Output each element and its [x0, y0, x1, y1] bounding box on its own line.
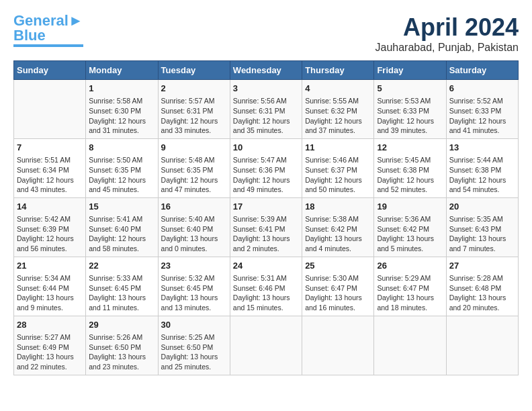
logo-divider — [13, 44, 83, 47]
day-number: 8 — [89, 142, 154, 154]
calendar-cell: 19Sunrise: 5:36 AM Sunset: 6:42 PM Dayli… — [374, 197, 446, 257]
calendar-cell: 28Sunrise: 5:27 AM Sunset: 6:49 PM Dayli… — [14, 316, 86, 375]
logo-blue: Blue — [13, 28, 46, 43]
cell-content: Sunrise: 5:40 AM Sunset: 6:40 PM Dayligh… — [161, 214, 227, 254]
cell-content: Sunrise: 5:34 AM Sunset: 6:44 PM Dayligh… — [17, 273, 83, 313]
calendar-cell: 15Sunrise: 5:41 AM Sunset: 6:40 PM Dayli… — [86, 197, 158, 257]
calendar-cell: 30Sunrise: 5:25 AM Sunset: 6:50 PM Dayli… — [158, 316, 230, 375]
day-number: 30 — [161, 319, 227, 331]
cell-content: Sunrise: 5:33 AM Sunset: 6:45 PM Dayligh… — [89, 273, 154, 313]
cell-content: Sunrise: 5:26 AM Sunset: 6:50 PM Dayligh… — [89, 332, 154, 372]
calendar-cell — [446, 316, 518, 375]
calendar-cell: 8Sunrise: 5:50 AM Sunset: 6:35 PM Daylig… — [86, 138, 158, 197]
calendar-cell: 9Sunrise: 5:48 AM Sunset: 6:35 PM Daylig… — [158, 138, 230, 197]
day-number: 24 — [233, 260, 299, 272]
cell-content: Sunrise: 5:36 AM Sunset: 6:42 PM Dayligh… — [377, 214, 443, 254]
calendar-cell: 20Sunrise: 5:35 AM Sunset: 6:43 PM Dayli… — [446, 197, 518, 257]
cell-content: Sunrise: 5:29 AM Sunset: 6:47 PM Dayligh… — [377, 273, 443, 313]
calendar-cell: 2Sunrise: 5:57 AM Sunset: 6:31 PM Daylig… — [158, 80, 230, 139]
day-number: 14 — [17, 201, 83, 213]
cell-content: Sunrise: 5:28 AM Sunset: 6:48 PM Dayligh… — [449, 273, 515, 313]
page-title: April 2024 — [375, 13, 519, 42]
header-thursday: Thursday — [302, 61, 374, 80]
cell-content: Sunrise: 5:46 AM Sunset: 6:37 PM Dayligh… — [305, 155, 371, 195]
week-row-4: 28Sunrise: 5:27 AM Sunset: 6:49 PM Dayli… — [14, 316, 519, 375]
cell-content: Sunrise: 5:51 AM Sunset: 6:34 PM Dayligh… — [17, 155, 83, 195]
day-number: 10 — [233, 142, 299, 154]
day-number: 19 — [377, 201, 443, 213]
calendar-cell: 4Sunrise: 5:55 AM Sunset: 6:32 PM Daylig… — [302, 80, 374, 139]
calendar-header-row: SundayMondayTuesdayWednesdayThursdayFrid… — [14, 61, 519, 80]
cell-content: Sunrise: 5:45 AM Sunset: 6:38 PM Dayligh… — [377, 155, 443, 195]
calendar-cell — [302, 316, 374, 375]
calendar-cell: 1Sunrise: 5:58 AM Sunset: 6:30 PM Daylig… — [86, 80, 158, 139]
day-number: 13 — [449, 142, 515, 154]
calendar-cell — [374, 316, 446, 375]
day-number: 25 — [305, 260, 371, 272]
week-row-2: 14Sunrise: 5:42 AM Sunset: 6:39 PM Dayli… — [14, 197, 519, 257]
cell-content: Sunrise: 5:30 AM Sunset: 6:47 PM Dayligh… — [305, 273, 371, 313]
header-monday: Monday — [86, 61, 158, 80]
calendar-cell: 25Sunrise: 5:30 AM Sunset: 6:47 PM Dayli… — [302, 257, 374, 316]
title-block: April 2024 Jauharabad, Punjab, Pakistan — [375, 13, 519, 54]
calendar-cell: 24Sunrise: 5:31 AM Sunset: 6:46 PM Dayli… — [230, 257, 302, 316]
day-number: 21 — [17, 260, 83, 272]
calendar-cell: 29Sunrise: 5:26 AM Sunset: 6:50 PM Dayli… — [86, 316, 158, 375]
calendar-cell: 11Sunrise: 5:46 AM Sunset: 6:37 PM Dayli… — [302, 138, 374, 197]
cell-content: Sunrise: 5:44 AM Sunset: 6:38 PM Dayligh… — [449, 155, 515, 195]
calendar-cell — [230, 316, 302, 375]
cell-content: Sunrise: 5:57 AM Sunset: 6:31 PM Dayligh… — [161, 96, 227, 136]
calendar-cell: 26Sunrise: 5:29 AM Sunset: 6:47 PM Dayli… — [374, 257, 446, 316]
calendar-cell: 16Sunrise: 5:40 AM Sunset: 6:40 PM Dayli… — [158, 197, 230, 257]
calendar-cell: 18Sunrise: 5:38 AM Sunset: 6:42 PM Dayli… — [302, 197, 374, 257]
day-number: 3 — [233, 83, 299, 95]
day-number: 18 — [305, 201, 371, 213]
calendar-body: 1Sunrise: 5:58 AM Sunset: 6:30 PM Daylig… — [14, 80, 519, 375]
day-number: 16 — [161, 201, 227, 213]
day-number: 5 — [377, 83, 443, 95]
cell-content: Sunrise: 5:31 AM Sunset: 6:46 PM Dayligh… — [233, 273, 299, 313]
cell-content: Sunrise: 5:39 AM Sunset: 6:41 PM Dayligh… — [233, 214, 299, 254]
day-number: 9 — [161, 142, 227, 154]
cell-content: Sunrise: 5:48 AM Sunset: 6:35 PM Dayligh… — [161, 155, 227, 195]
header-friday: Friday — [374, 61, 446, 80]
calendar-cell: 17Sunrise: 5:39 AM Sunset: 6:41 PM Dayli… — [230, 197, 302, 257]
week-row-3: 21Sunrise: 5:34 AM Sunset: 6:44 PM Dayli… — [14, 257, 519, 316]
cell-content: Sunrise: 5:25 AM Sunset: 6:50 PM Dayligh… — [161, 332, 227, 372]
cell-content: Sunrise: 5:32 AM Sunset: 6:45 PM Dayligh… — [161, 273, 227, 313]
cell-content: Sunrise: 5:41 AM Sunset: 6:40 PM Dayligh… — [89, 214, 154, 254]
day-number: 4 — [305, 83, 371, 95]
day-number: 17 — [233, 201, 299, 213]
calendar-cell: 3Sunrise: 5:56 AM Sunset: 6:31 PM Daylig… — [230, 80, 302, 139]
day-number: 29 — [89, 319, 154, 331]
cell-content: Sunrise: 5:58 AM Sunset: 6:30 PM Dayligh… — [89, 96, 154, 136]
header-tuesday: Tuesday — [158, 61, 230, 80]
page-header: General► Blue April 2024 Jauharabad, Pun… — [13, 13, 519, 54]
cell-content: Sunrise: 5:27 AM Sunset: 6:49 PM Dayligh… — [17, 332, 83, 372]
cell-content: Sunrise: 5:50 AM Sunset: 6:35 PM Dayligh… — [89, 155, 154, 195]
day-number: 2 — [161, 83, 227, 95]
page-subtitle: Jauharabad, Punjab, Pakistan — [375, 42, 519, 54]
calendar-cell: 7Sunrise: 5:51 AM Sunset: 6:34 PM Daylig… — [14, 138, 86, 197]
week-row-1: 7Sunrise: 5:51 AM Sunset: 6:34 PM Daylig… — [14, 138, 519, 197]
cell-content: Sunrise: 5:35 AM Sunset: 6:43 PM Dayligh… — [449, 214, 515, 254]
calendar-cell: 22Sunrise: 5:33 AM Sunset: 6:45 PM Dayli… — [86, 257, 158, 316]
cell-content: Sunrise: 5:52 AM Sunset: 6:33 PM Dayligh… — [449, 96, 515, 136]
day-number: 12 — [377, 142, 443, 154]
day-number: 28 — [17, 319, 83, 331]
calendar-cell: 14Sunrise: 5:42 AM Sunset: 6:39 PM Dayli… — [14, 197, 86, 257]
cell-content: Sunrise: 5:55 AM Sunset: 6:32 PM Dayligh… — [305, 96, 371, 136]
calendar-cell: 21Sunrise: 5:34 AM Sunset: 6:44 PM Dayli… — [14, 257, 86, 316]
header-saturday: Saturday — [446, 61, 518, 80]
cell-content: Sunrise: 5:42 AM Sunset: 6:39 PM Dayligh… — [17, 214, 83, 254]
calendar-cell: 23Sunrise: 5:32 AM Sunset: 6:45 PM Dayli… — [158, 257, 230, 316]
cell-content: Sunrise: 5:47 AM Sunset: 6:36 PM Dayligh… — [233, 155, 299, 195]
header-wednesday: Wednesday — [230, 61, 302, 80]
day-number: 6 — [449, 83, 515, 95]
calendar-cell — [14, 80, 86, 139]
day-number: 23 — [161, 260, 227, 272]
day-number: 1 — [89, 83, 154, 95]
calendar-table: SundayMondayTuesdayWednesdayThursdayFrid… — [13, 60, 519, 375]
day-number: 27 — [449, 260, 515, 272]
calendar-cell: 13Sunrise: 5:44 AM Sunset: 6:38 PM Dayli… — [446, 138, 518, 197]
